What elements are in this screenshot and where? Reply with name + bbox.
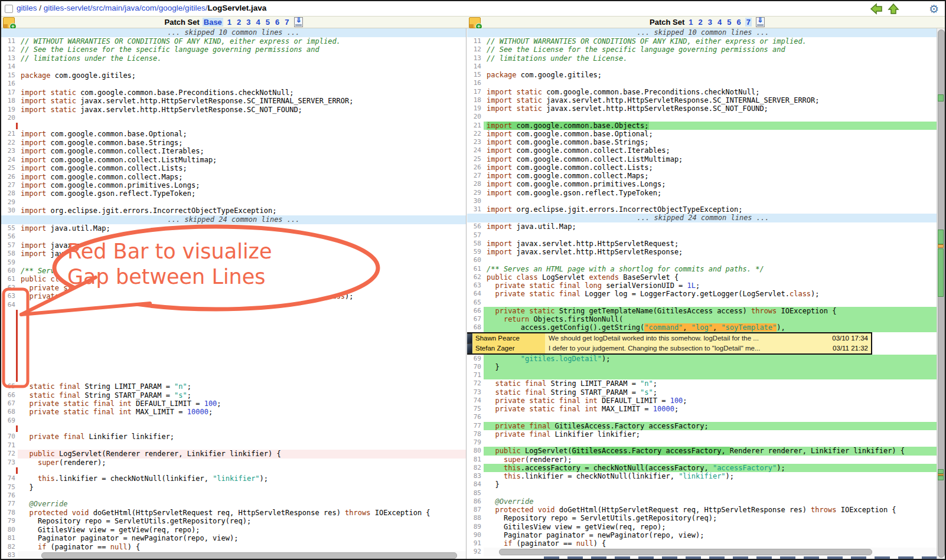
line-number[interactable]: 69	[467, 355, 484, 363]
line-number[interactable]: 66	[1, 391, 18, 399]
line-number[interactable]: 80	[1, 526, 18, 534]
prev-file-icon[interactable]	[870, 3, 883, 15]
patchset-link-5[interactable]: 5	[265, 18, 271, 27]
line-number[interactable]: 24	[467, 146, 484, 155]
line-number[interactable]: 61	[467, 265, 484, 273]
patchset-link-base[interactable]: Base	[203, 18, 223, 27]
line-number[interactable]: 15	[1, 71, 18, 80]
horizontal-scrollbar[interactable]	[484, 548, 939, 556]
line-number[interactable]: 86	[467, 497, 484, 506]
patchset-link-4[interactable]: 4	[716, 18, 723, 27]
patchset-link-7[interactable]: 7	[745, 18, 752, 27]
line-number[interactable]: 71	[467, 371, 484, 379]
line-number[interactable]: 90	[467, 531, 484, 539]
skipped-lines-banner[interactable]: ... skipped 24 common lines ...	[1, 215, 466, 224]
patchset-link-4[interactable]: 4	[255, 18, 262, 27]
line-number[interactable]: 30	[1, 207, 18, 215]
line-number[interactable]: 78	[1, 509, 18, 517]
horizontal-scrollbar[interactable]	[18, 551, 466, 559]
line-number[interactable]: 83	[467, 472, 484, 480]
line-number[interactable]: 15	[467, 71, 484, 79]
comment-row[interactable]: Shawn PearceWe should get logDetail work…	[467, 333, 871, 343]
line-number[interactable]: 61	[1, 275, 18, 283]
download-patch-icon[interactable]	[294, 17, 303, 27]
line-number[interactable]: 24	[1, 156, 18, 164]
line-number[interactable]: 76	[1, 492, 18, 500]
line-number[interactable]: 68	[1, 408, 18, 416]
line-number[interactable]: 18	[1, 97, 18, 105]
line-number[interactable]: 19	[1, 106, 18, 114]
settings-gear-icon[interactable]: ⚙	[929, 4, 939, 15]
line-number[interactable]: 13	[1, 54, 18, 63]
line-number[interactable]: 73	[1, 459, 18, 467]
line-number[interactable]: 81	[467, 456, 484, 464]
line-number[interactable]: 92	[467, 548, 484, 556]
patchset-link-1[interactable]: 1	[226, 18, 233, 27]
line-number[interactable]: 80	[467, 447, 484, 455]
line-number[interactable]: 58	[1, 250, 18, 258]
line-number[interactable]: 28	[1, 189, 18, 198]
line-number[interactable]: 18	[467, 96, 484, 104]
line-number[interactable]: 67	[1, 399, 18, 408]
line-number[interactable]: 75	[1, 483, 18, 492]
line-number[interactable]: 17	[1, 89, 18, 97]
line-number[interactable]: 74	[467, 397, 484, 405]
line-number[interactable]: 64	[467, 290, 484, 298]
line-number[interactable]: 88	[467, 514, 484, 522]
patchset-link-3[interactable]: 3	[245, 18, 252, 27]
line-number[interactable]: 56	[1, 232, 18, 241]
line-number[interactable]: 64	[1, 301, 18, 309]
line-number[interactable]: 67	[467, 315, 484, 323]
line-number[interactable]: 77	[1, 500, 18, 508]
line-number[interactable]: 25	[467, 155, 484, 163]
line-number[interactable]: 79	[1, 517, 18, 525]
line-number[interactable]: 70	[1, 433, 18, 441]
line-number[interactable]: 62	[467, 273, 484, 281]
line-number[interactable]: 19	[467, 104, 484, 113]
line-number[interactable]: 26	[467, 163, 484, 172]
line-number[interactable]: 89	[467, 523, 484, 531]
line-number[interactable]: 63	[467, 281, 484, 290]
line-number[interactable]: 62	[1, 284, 18, 292]
line-number[interactable]: 72	[467, 379, 484, 388]
line-number[interactable]: 29	[467, 189, 484, 197]
line-number[interactable]: 17	[467, 88, 484, 96]
line-number[interactable]: 30	[467, 197, 484, 205]
line-number[interactable]: 14	[1, 63, 18, 71]
line-number[interactable]: 77	[467, 422, 484, 430]
line-number[interactable]: 26	[1, 173, 18, 181]
line-number[interactable]: 11	[467, 37, 484, 45]
line-number[interactable]: 60	[467, 256, 484, 264]
line-number[interactable]: 20	[467, 113, 484, 121]
line-number[interactable]: 79	[467, 438, 484, 447]
line-number[interactable]: 82	[1, 543, 18, 551]
line-number[interactable]: 23	[1, 147, 18, 155]
comment-row[interactable]: Stefan ZagerI defer to your judgement. C…	[467, 343, 871, 353]
line-number[interactable]: 74	[1, 474, 18, 483]
line-number[interactable]: 27	[467, 172, 484, 180]
line-number[interactable]: 59	[1, 258, 18, 267]
line-number[interactable]: 57	[467, 231, 484, 240]
line-number[interactable]: 65	[467, 299, 484, 307]
line-number[interactable]: 81	[1, 534, 18, 542]
line-number[interactable]: 31	[467, 205, 484, 214]
line-number[interactable]: 12	[1, 45, 18, 54]
patchset-link-1[interactable]: 1	[687, 18, 694, 27]
line-number[interactable]: 65	[1, 382, 18, 391]
line-number[interactable]: 20	[1, 114, 18, 122]
breadcrumb-repo-link[interactable]: gitiles	[17, 4, 37, 12]
line-number[interactable]: 11	[1, 37, 18, 45]
line-number[interactable]: 73	[467, 388, 484, 397]
horizontal-scrollbar-thumb[interactable]	[499, 549, 872, 555]
line-number[interactable]: 55	[1, 224, 18, 232]
download-patch-icon[interactable]	[756, 17, 765, 27]
file-checkbox[interactable]	[5, 5, 13, 13]
skipped-lines-banner[interactable]: ... skipped 24 common lines ...	[467, 214, 939, 222]
line-number[interactable]: 84	[467, 480, 484, 489]
line-number[interactable]: 22	[467, 130, 484, 138]
line-number[interactable]: 29	[1, 198, 18, 207]
line-number[interactable]: 23	[467, 138, 484, 146]
line-number[interactable]: 59	[467, 248, 484, 256]
horizontal-scrollbar-thumb[interactable]	[41, 552, 457, 559]
line-number[interactable]: 25	[1, 164, 18, 172]
